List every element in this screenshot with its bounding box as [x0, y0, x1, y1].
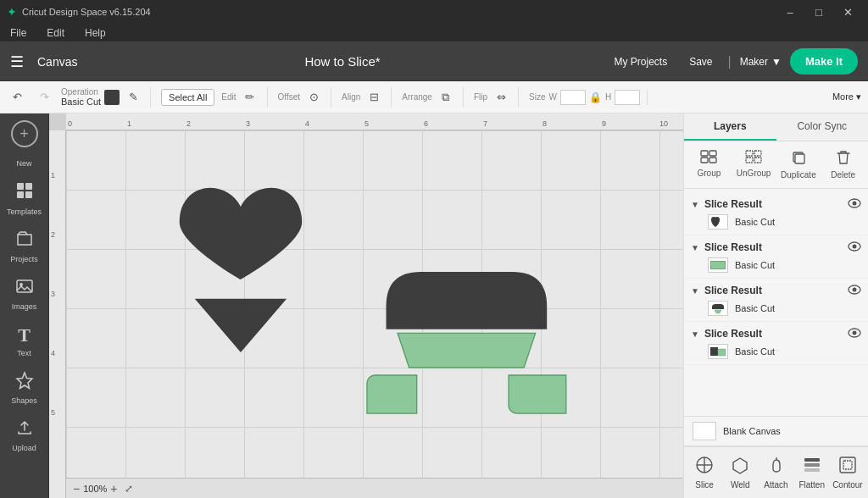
ruler-v-4: 4	[51, 349, 55, 357]
ruler-1: 1	[127, 119, 131, 128]
layer-2-title[interactable]: Slice Result	[704, 241, 843, 253]
layer-3-visibility[interactable]	[848, 284, 861, 297]
duplicate-icon	[791, 150, 806, 169]
maker-dropdown[interactable]: Maker ▼	[740, 56, 782, 68]
operation-label: Operation	[61, 87, 101, 97]
titlebar-controls: – □ ✕	[776, 0, 861, 24]
sidebar-item-images[interactable]: Images	[3, 272, 46, 316]
svg-point-24	[853, 288, 857, 292]
flip-icon[interactable]: ⇔	[491, 87, 511, 108]
panel-tabs: Layers Color Sync	[684, 113, 868, 141]
menu-file[interactable]: File	[7, 25, 30, 41]
fit-icon[interactable]: ⤢	[125, 483, 133, 495]
zoom-out-button[interactable]: −	[73, 482, 80, 495]
operation-color[interactable]	[104, 90, 120, 105]
attach-button[interactable]: Attach	[759, 451, 793, 495]
delete-button[interactable]: Delete	[821, 147, 865, 183]
layer-4-title[interactable]: Slice Result	[704, 328, 843, 340]
layer-2-visibility[interactable]	[848, 241, 861, 254]
offset-icon[interactable]: ⊙	[303, 87, 324, 108]
ruler-2: 2	[186, 119, 191, 128]
layer-3-chevron[interactable]: ▼	[691, 286, 699, 296]
size-inputs: W 🔒 H	[548, 90, 640, 105]
layer-4-chevron[interactable]: ▼	[691, 329, 699, 339]
sidebar-item-shapes[interactable]: Shapes	[3, 366, 46, 410]
tab-layers[interactable]: Layers	[684, 113, 776, 141]
canvas-content[interactable]	[66, 130, 683, 478]
svg-rect-16	[795, 154, 804, 163]
shape-rect-left-green[interactable]	[367, 375, 417, 413]
layer-item-1: ▼ Slice Result Basic Cut	[684, 192, 868, 235]
layer-4-thumb	[708, 344, 728, 359]
flatten-icon	[803, 456, 821, 479]
operation-value: Basic Cut	[61, 97, 101, 107]
make-it-button[interactable]: Make It	[790, 48, 858, 75]
more-button[interactable]: More ▾	[832, 91, 861, 102]
sidebar-item-templates[interactable]: Templates	[3, 176, 46, 221]
edit-icon[interactable]: ✏	[240, 87, 260, 108]
app-logo: ✦	[7, 5, 17, 19]
layer-3-title[interactable]: Slice Result	[704, 285, 843, 296]
menu-help[interactable]: Help	[81, 25, 109, 41]
canvas-area[interactable]: 0 1 2 3 4 5 6 7 8 9 10 1 2 3 4 5	[49, 113, 683, 498]
group-button[interactable]: Group	[687, 147, 731, 183]
ruler-8: 8	[542, 119, 547, 128]
flatten-button[interactable]: Flatten	[795, 451, 829, 495]
layer-1-visibility[interactable]	[848, 197, 861, 211]
new-button[interactable]: +	[11, 120, 38, 147]
my-projects-button[interactable]: My Projects	[607, 53, 674, 71]
shape-heart-top[interactable]	[180, 188, 302, 279]
contour-button[interactable]: Contour	[831, 451, 865, 495]
delete-icon	[837, 150, 850, 169]
slice-icon	[695, 456, 714, 479]
zoom-bar: − 100% + ⤢	[66, 478, 683, 498]
svg-rect-1	[25, 183, 32, 190]
shape-rect-right-green[interactable]	[509, 375, 566, 413]
width-input[interactable]	[560, 90, 586, 105]
weld-button[interactable]: Weld	[723, 451, 757, 495]
layer-4-header: ▼ Slice Result	[691, 327, 861, 340]
maker-chevron-icon: ▼	[771, 56, 782, 68]
sidebar-item-projects[interactable]: Projects	[3, 224, 46, 268]
layer-3-sub: Basic Cut	[691, 301, 861, 316]
menu-edit[interactable]: Edit	[43, 25, 68, 41]
sidebar-item-upload[interactable]: Upload	[3, 413, 46, 457]
edit-pen-icon[interactable]: ✎	[123, 87, 143, 108]
shape-trapezoid-green[interactable]	[398, 333, 536, 368]
contour-label: Contour	[832, 480, 863, 490]
layer-1-chevron[interactable]: ▼	[691, 200, 699, 209]
sidebar-item-new-label: New	[3, 154, 46, 173]
shape-bowl-dark[interactable]	[387, 272, 548, 329]
save-button[interactable]: Save	[682, 53, 719, 71]
duplicate-button[interactable]: Duplicate	[777, 147, 821, 183]
svg-rect-35	[804, 463, 820, 467]
minimize-button[interactable]: –	[776, 0, 804, 24]
layer-1-thumb	[708, 214, 728, 230]
select-all-button[interactable]: Select All	[161, 89, 214, 106]
zoom-in-button[interactable]: +	[110, 482, 117, 495]
redo-button[interactable]: ↷	[34, 87, 54, 108]
align-icon[interactable]: ⊟	[364, 87, 384, 108]
header-divider: |	[728, 54, 732, 69]
ungroup-button[interactable]: UnGroup	[732, 147, 776, 183]
zoom-percentage[interactable]: 100%	[83, 484, 107, 494]
maximize-button[interactable]: □	[805, 0, 832, 24]
sidebar-item-text[interactable]: T Text	[3, 319, 46, 362]
arrange-group: Arrange ⧉	[402, 87, 464, 108]
align-label: Align	[342, 92, 360, 102]
shape-heart-bottom[interactable]	[195, 299, 287, 352]
lock-icon[interactable]: 🔒	[589, 91, 602, 103]
close-button[interactable]: ✕	[834, 0, 861, 24]
projects-icon	[15, 230, 34, 252]
hamburger-menu[interactable]: ☰	[10, 53, 24, 71]
ruler-10: 10	[659, 119, 668, 128]
layer-1-title[interactable]: Slice Result	[704, 198, 843, 210]
tab-color-sync[interactable]: Color Sync	[776, 113, 869, 141]
height-input[interactable]	[615, 90, 640, 105]
slice-button[interactable]: Slice	[687, 451, 721, 495]
images-icon	[15, 277, 34, 300]
arrange-icon[interactable]: ⧉	[436, 87, 456, 108]
layer-2-chevron[interactable]: ▼	[691, 243, 699, 252]
layer-4-visibility[interactable]	[848, 327, 861, 340]
undo-button[interactable]: ↶	[7, 87, 27, 108]
